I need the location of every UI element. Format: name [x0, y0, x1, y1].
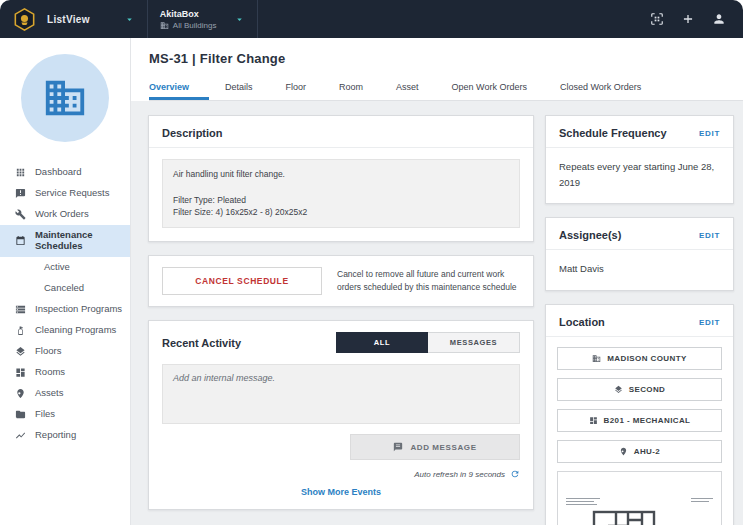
qr-scan-icon[interactable]: [650, 12, 664, 26]
chevron-down-icon[interactable]: [124, 14, 135, 25]
tab-closed-work-orders[interactable]: Closed Work Orders: [560, 77, 641, 100]
chevron-down-icon[interactable]: [234, 14, 245, 25]
plus-icon[interactable]: [681, 12, 695, 26]
service-request-icon: [15, 188, 26, 199]
user-icon[interactable]: [712, 12, 726, 26]
sidebar-item-assets[interactable]: Assets: [0, 383, 130, 404]
sidebar-item-maintenance-schedules[interactable]: Maintenance Schedules: [0, 225, 130, 257]
sidebar-item-label: Assets: [35, 388, 64, 399]
edit-location-button[interactable]: EDIT: [699, 318, 720, 327]
location-card: Location EDIT MADISON COUNTY SECOND: [545, 304, 734, 525]
location-floor-button[interactable]: SECOND: [557, 378, 722, 401]
sidebar-item-active[interactable]: Active: [0, 257, 130, 278]
sidebar-item-label: Cleaning Programs: [35, 325, 116, 336]
sidebar-item-dashboard[interactable]: Dashboard: [0, 162, 130, 183]
assignees-card: Assignee(s) EDIT Matt Davis: [545, 217, 734, 291]
filter-all-button[interactable]: ALL: [336, 332, 428, 353]
building-avatar[interactable]: [21, 54, 109, 142]
sidebar-item-label: Service Requests: [35, 188, 109, 199]
description-card: Description Air handling unit filter cha…: [148, 115, 534, 242]
location-building-button[interactable]: MADISON COUNTY: [557, 347, 722, 370]
tab-floor[interactable]: Floor: [286, 77, 307, 100]
sidebar-item-rooms[interactable]: Rooms: [0, 362, 130, 383]
rooms-icon: [15, 367, 26, 378]
sidebar-item-service-requests[interactable]: Service Requests: [0, 183, 130, 204]
sidebar-item-floors[interactable]: Floors: [0, 341, 130, 362]
sidebar-item-label: Rooms: [35, 367, 65, 378]
show-more-events-link[interactable]: Show More Events: [149, 479, 533, 509]
sidebar-item-label: Maintenance Schedules: [35, 230, 124, 252]
sidebar-item-label: Floors: [35, 346, 61, 357]
sidebar-item-label: Dashboard: [35, 167, 81, 178]
building-icon: [160, 21, 169, 30]
map-pin-icon: [619, 447, 628, 456]
line-chart-icon: [15, 430, 26, 441]
sidebar-item-work-orders[interactable]: Work Orders: [0, 204, 130, 225]
folder-icon: [15, 409, 26, 420]
cancel-schedule-help-text: Cancel to remove all future and current …: [337, 268, 520, 294]
location-title: Location: [559, 316, 605, 328]
app-switcher[interactable]: ListView: [0, 0, 148, 38]
wrench-icon: [15, 209, 26, 220]
add-message-button[interactable]: ADD MESSAGE: [350, 434, 520, 460]
tab-overview[interactable]: Overview: [149, 77, 209, 100]
filter-messages-button[interactable]: MESSAGES: [428, 332, 520, 353]
tab-open-work-orders[interactable]: Open Work Orders: [452, 77, 527, 100]
sidebar-item-label: Active: [44, 262, 70, 273]
internal-message-input[interactable]: [162, 364, 520, 424]
sidebar-item-cleaning-programs[interactable]: Cleaning Programs: [0, 320, 130, 341]
building-filter-label: All Buildings: [173, 21, 217, 30]
main-area: MS-31 | Filter Change Overview Details F…: [130, 38, 743, 525]
floor-plan-sketch-icon: [592, 510, 656, 525]
tab-bar: Overview Details Floor Room Asset Open W…: [149, 77, 743, 101]
sidebar-item-files[interactable]: Files: [0, 404, 130, 425]
cancel-schedule-card: CANCEL SCHEDULE Cancel to remove all fut…: [148, 255, 534, 307]
floor-plan-titleblock-right: [691, 498, 713, 504]
edit-assignees-button[interactable]: EDIT: [699, 231, 720, 240]
sidebar-item-label: Files: [35, 409, 55, 420]
recent-activity-title: Recent Activity: [162, 337, 241, 349]
left-sidebar: Dashboard Service Requests Work Orders M…: [0, 38, 130, 525]
page-header: MS-31 | Filter Change Overview Details F…: [131, 38, 743, 101]
sidebar-item-label: Reporting: [35, 430, 76, 441]
sidebar-item-label: Canceled: [44, 283, 84, 294]
location-room-button[interactable]: B201 - MECHANICAL: [557, 409, 722, 432]
assignee-name: Matt Davis: [546, 250, 733, 290]
floor-plan-thumbnail[interactable]: [557, 471, 722, 525]
calendar-icon: [15, 235, 26, 246]
edit-schedule-frequency-button[interactable]: EDIT: [699, 129, 720, 138]
sidebar-item-reporting[interactable]: Reporting: [0, 425, 130, 446]
top-navbar: ListView AkitaBox All Buildings: [0, 0, 743, 38]
schedule-frequency-title: Schedule Frequency: [559, 127, 667, 139]
layers-icon: [614, 385, 623, 394]
location-asset-label: AHU-2: [634, 447, 660, 456]
refresh-icon[interactable]: [510, 469, 520, 479]
recent-activity-card: Recent Activity ALL MESSAGES ADD MESSAGE: [148, 320, 534, 510]
view-mode-label: ListView: [47, 14, 90, 25]
floor-plan-titleblock-left: [566, 498, 600, 507]
schedule-frequency-text: Repeats every year starting June 28, 201…: [546, 148, 733, 203]
inspection-programs-icon: [15, 304, 26, 315]
tab-asset[interactable]: Asset: [396, 77, 419, 100]
add-message-label: ADD MESSAGE: [410, 443, 476, 452]
sidebar-item-inspection-programs[interactable]: Inspection Programs: [0, 299, 130, 320]
sidebar-item-canceled[interactable]: Canceled: [0, 278, 130, 299]
building-selector[interactable]: AkitaBox All Buildings: [148, 0, 259, 38]
akitabox-logo-icon: [12, 7, 37, 32]
assignees-title: Assignee(s): [559, 229, 621, 241]
location-room-label: B201 - MECHANICAL: [604, 416, 691, 425]
sidebar-item-label: Inspection Programs: [35, 304, 122, 315]
location-building-label: MADISON COUNTY: [607, 354, 686, 363]
location-asset-button[interactable]: AHU-2: [557, 440, 722, 463]
page-title: MS-31 | Filter Change: [149, 51, 743, 66]
dashboard-grid-icon: [15, 167, 26, 178]
cancel-schedule-button[interactable]: CANCEL SCHEDULE: [162, 267, 322, 295]
tab-details[interactable]: Details: [225, 77, 253, 100]
tab-room[interactable]: Room: [339, 77, 363, 100]
activity-filter-toggle: ALL MESSAGES: [336, 332, 520, 353]
org-name-label: AkitaBox: [160, 9, 217, 19]
sidebar-item-label: Work Orders: [35, 209, 89, 220]
auto-refresh-text: Auto refresh in 9 seconds: [414, 470, 505, 479]
cleaning-programs-icon: [15, 325, 26, 336]
building-icon: [592, 354, 601, 363]
